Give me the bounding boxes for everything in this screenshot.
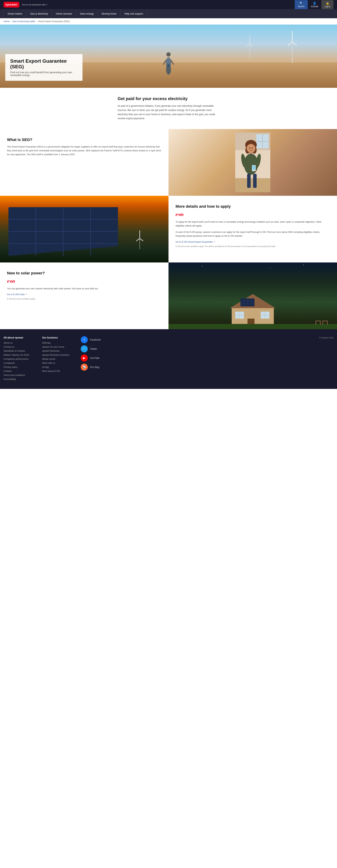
hero-section: Smart Export Guarantee (SEG) Find out ho…	[0, 25, 337, 88]
seg-disclaimer: E.ON terms and conditions apply. The tar…	[176, 245, 330, 248]
star-2	[270, 268, 270, 268]
nav-save-energy[interactable]: Save energy	[76, 9, 98, 18]
footer-col-copyright: © npower 2020	[319, 336, 334, 382]
breadcrumb-home[interactable]: Home	[3, 20, 10, 23]
solar-disclaimer: E.ON terms and conditions apply.	[7, 298, 161, 300]
what-is-seg-title: What is SEG?	[7, 137, 161, 142]
social-facebook[interactable]: f Facebook	[81, 336, 315, 343]
section-get-paid: Get paid for your excess electricity As …	[114, 88, 223, 129]
svg-line-13	[163, 61, 166, 66]
new-to-solar-text: You can generate your own cleaner electr…	[7, 287, 161, 290]
footer-col-business: Our business Sitemap npower for your hom…	[42, 336, 77, 382]
footer-eon[interactable]: More about E.ON	[42, 370, 77, 372]
business-link[interactable]: Go to our business site >	[22, 3, 48, 6]
solar-panel-icon	[8, 207, 118, 256]
footer-contact-us[interactable]: Contact us	[3, 345, 39, 348]
top-bar-right: 🔍 Search 👤 Activate 🔒 Log in	[295, 0, 334, 9]
facebook-label: Facebook	[90, 338, 100, 341]
footer-cookies[interactable]: Cookies	[3, 370, 39, 372]
footer-terms[interactable]: Terms and conditions	[3, 374, 39, 376]
top-bar-left: npower Go to our business site >	[3, 2, 48, 7]
svg-rect-67	[323, 321, 323, 325]
footer-about-title: All about npower	[3, 336, 39, 339]
footer-privacy[interactable]: Privacy policy	[3, 366, 39, 368]
split-left-solar-text: New to solar power? e·on You can generat…	[0, 262, 168, 329]
windmill-icon-1	[288, 28, 297, 63]
footer-npower-home[interactable]: npower for your home	[42, 345, 77, 348]
split-right-house	[168, 262, 337, 329]
breadcrumb-current: Smart Export Guarantee (SEG)	[38, 20, 70, 23]
footer-work[interactable]: Work with us	[42, 362, 77, 364]
external-link-icon: ↗	[213, 241, 215, 243]
patio-furniture	[314, 315, 329, 326]
footer-social-list: f Facebook 🐦 Twitter ▶ YouTube 📡 Our blo…	[81, 336, 315, 371]
external-link-icon-2: ↗	[26, 293, 27, 296]
nav-home-services[interactable]: Home services	[52, 9, 76, 18]
eon-seg-link[interactable]: Go to E.ON Smart Export Guarantee ↗	[176, 241, 330, 243]
svg-point-26	[249, 148, 250, 149]
house-night-image	[168, 262, 337, 329]
nav-help-support[interactable]: Help and support	[120, 9, 147, 18]
user-icon: 👤	[313, 2, 316, 5]
svg-line-14	[171, 61, 174, 66]
svg-point-10	[166, 52, 171, 57]
house-svg	[228, 290, 277, 329]
footer-col-social: f Facebook 🐦 Twitter ▶ YouTube 📡 Our blo…	[81, 336, 315, 382]
split-right-details: More details and how to apply e·on To ap…	[168, 196, 337, 262]
eon-logo-1: e·on	[176, 212, 330, 217]
svg-rect-65	[320, 321, 321, 325]
more-details-text1: To apply for the export tariff, you'll n…	[176, 220, 330, 228]
svg-line-4	[288, 42, 292, 47]
lock-icon: 🔒	[326, 2, 329, 5]
footer-media[interactable]: Media centre	[42, 358, 77, 360]
search-label: Search	[298, 5, 305, 8]
footer-sitemap[interactable]: Sitemap	[42, 341, 77, 344]
hero-content: Smart Export Guarantee (SEG) Find out ho…	[0, 51, 88, 88]
split-content-details: More details and how to apply e·on To ap…	[168, 196, 337, 256]
split-left-solar	[0, 196, 168, 262]
activate-button[interactable]: 👤 Activate	[308, 0, 321, 9]
eon-logo-2: e·on	[7, 278, 161, 284]
social-twitter[interactable]: 🐦 Twitter	[81, 345, 315, 352]
login-button[interactable]: 🔒 Log in	[321, 0, 334, 9]
footer-innogy[interactable]: Innogy	[42, 366, 77, 368]
social-youtube[interactable]: ▶ YouTube	[81, 354, 315, 362]
svg-line-38	[140, 239, 143, 242]
breadcrumb-gas-tariffs[interactable]: Gas & electricity tariffs	[12, 20, 35, 23]
footer-complaints[interactable]: Complaints	[3, 362, 39, 364]
more-details-text2: As part of the E.ON group, npower custom…	[176, 230, 330, 238]
search-button[interactable]: 🔍 Search	[295, 0, 308, 9]
footer-about-us[interactable]: About us	[3, 341, 39, 344]
new-to-solar-title: New to solar power?	[7, 271, 161, 276]
svg-line-3	[292, 42, 297, 47]
split-section-solar: New to solar power? e·on You can generat…	[0, 262, 337, 329]
footer-accessibility[interactable]: Accessibility	[3, 378, 39, 380]
windmill-icon-2	[247, 32, 253, 60]
eon-solar-link[interactable]: Go to E.ON Solar ↗	[7, 293, 161, 296]
search-icon: 🔍	[300, 2, 303, 5]
svg-rect-33	[247, 174, 251, 188]
breadcrumb-sep1: ›	[11, 20, 11, 23]
login-label: Log in	[325, 5, 330, 8]
logo-text: npower	[5, 3, 18, 6]
footer-npower-solutions[interactable]: npower Business Solutions	[42, 353, 77, 356]
more-details-title: More details and how to apply	[176, 204, 330, 209]
svg-rect-64	[315, 321, 316, 325]
twitter-label: Twitter	[90, 347, 97, 350]
hero-title: Smart Export Guarantee (SEG)	[10, 58, 78, 69]
woman-figure-svg	[235, 132, 270, 192]
blog-icon: 📡	[81, 364, 88, 371]
nav-smart-meters[interactable]: Smart meters	[3, 9, 26, 18]
svg-point-27	[252, 148, 253, 149]
footer-slavery-act[interactable]: Modern Slavery Act 2019	[3, 353, 39, 356]
split-section-seg: What is SEG? The Smart Export Guarantee …	[0, 129, 337, 196]
nav-moving-home[interactable]: Moving home	[98, 9, 120, 18]
top-bar: npower Go to our business site > 🔍 Searc…	[0, 0, 337, 9]
footer-npower-business[interactable]: npower Business	[42, 349, 77, 352]
star-1	[202, 266, 203, 266]
footer-standards[interactable]: Standards of conduct	[3, 349, 39, 352]
star-3	[303, 265, 304, 265]
footer-complaints-performance[interactable]: Complaints performance	[3, 358, 39, 360]
social-blog[interactable]: 📡 Our blog	[81, 364, 315, 371]
nav-gas-electricity[interactable]: Gas & electricity	[26, 9, 52, 18]
